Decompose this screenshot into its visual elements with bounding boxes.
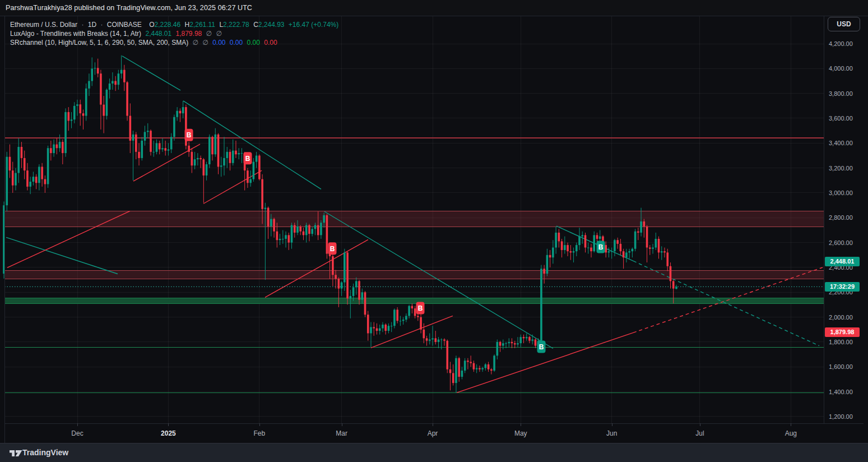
- candle-up: [109, 84, 111, 90]
- candle-up: [305, 225, 308, 235]
- svg-text:B: B: [245, 155, 250, 163]
- time-axis-label[interactable]: Aug: [774, 429, 807, 437]
- candle-up: [320, 223, 322, 235]
- time-axis-label[interactable]: May: [504, 429, 537, 437]
- legend-luxalgo-row[interactable]: LuxAlgo - Trendlines with Breaks (14, 1,…: [10, 29, 341, 38]
- candle-down: [276, 232, 278, 241]
- resistance-zone: [4, 211, 824, 227]
- candle-down: [637, 232, 639, 233]
- price-axis-label: 2,800.00: [829, 214, 864, 221]
- candle-down: [273, 219, 275, 232]
- candle-up: [232, 151, 234, 163]
- time-axis-label[interactable]: Mar: [325, 429, 359, 437]
- candle-up: [464, 361, 466, 371]
- time-axis-label[interactable]: Dec: [61, 429, 94, 437]
- price-axis[interactable]: 4,200.004,000.003,800.003,600.003,400.00…: [824, 16, 868, 423]
- tradingview-published-chart: ParshwaTurakhiya28 published on TradingV…: [0, 0, 868, 462]
- time-axis-label[interactable]: Feb: [243, 429, 276, 437]
- candle-up: [476, 368, 478, 369]
- candle-up: [15, 173, 17, 186]
- exchange-label[interactable]: COINBASE: [107, 21, 142, 29]
- candle-down: [446, 341, 448, 369]
- downtrend-line[interactable]: [324, 211, 553, 348]
- time-axis-label[interactable]: Jun: [595, 429, 629, 437]
- currency-toggle-button[interactable]: USD: [828, 17, 860, 31]
- candle-down: [35, 177, 38, 183]
- legend-srchannel-row[interactable]: SRchannel (10, High/Low, 5, 1, 6, 290, 5…: [10, 38, 341, 47]
- time-axis-label[interactable]: 2025: [151, 429, 185, 437]
- candle-down: [56, 145, 58, 149]
- candle-up: [370, 327, 372, 333]
- candle-down: [129, 116, 132, 141]
- candle-up: [578, 237, 581, 246]
- time-axis-tick: [77, 423, 78, 426]
- time-axis-label[interactable]: Apr: [416, 429, 449, 437]
- symbol-title[interactable]: Ethereum / U.S. Dollar: [10, 21, 77, 29]
- candle-up: [608, 251, 610, 252]
- bearish-break-marker[interactable]: B: [328, 242, 337, 255]
- candle-down: [411, 306, 414, 308]
- candle-up: [652, 248, 654, 249]
- candle-up: [88, 81, 90, 88]
- candle-up: [388, 326, 390, 331]
- candle-up: [350, 296, 352, 298]
- svg-text:B: B: [187, 131, 192, 139]
- candle-up: [431, 338, 434, 339]
- time-axis-tick: [342, 423, 342, 426]
- interval-label[interactable]: 1D: [88, 21, 96, 29]
- uptrend-line[interactable]: [133, 144, 200, 181]
- svg-text:B: B: [598, 243, 604, 251]
- time-axis-label[interactable]: Jul: [683, 429, 717, 437]
- candle-down: [643, 221, 646, 227]
- bearish-break-marker[interactable]: B: [244, 152, 252, 164]
- candle-down: [135, 135, 137, 152]
- indicator-title-luxalgo[interactable]: LuxAlgo - Trendlines with Breaks (14, 1,…: [10, 30, 141, 38]
- candle-down: [317, 225, 319, 235]
- candle-down: [126, 82, 128, 116]
- time-axis[interactable]: Dec2025FebMarAprMayJunJulAug: [0, 423, 868, 443]
- candle-up: [264, 208, 267, 209]
- change-value: +16.47 (+0.74%): [289, 21, 338, 29]
- candle-down: [646, 227, 648, 248]
- candle-up: [361, 292, 363, 299]
- candle-down: [62, 142, 64, 153]
- close-value: 2,244.93: [258, 21, 285, 29]
- candle-up: [352, 287, 355, 296]
- candle-up: [253, 162, 255, 179]
- candle-up: [341, 283, 343, 289]
- candle-up: [182, 107, 184, 113]
- candle-down: [299, 227, 301, 232]
- legend-symbol-row[interactable]: Ethereum / U.S. Dollar · 1D · COINBASE O…: [10, 20, 341, 29]
- candle-down: [672, 281, 675, 288]
- candle-down: [434, 338, 437, 342]
- candle-down: [467, 361, 469, 362]
- candle-down: [479, 368, 481, 369]
- price-chart-canvas[interactable]: BBBBBB: [0, 0, 868, 443]
- candle-up: [634, 232, 637, 249]
- downtrend-line[interactable]: [122, 56, 180, 90]
- high-label: H: [185, 21, 190, 29]
- candle-up: [85, 89, 87, 116]
- candle-down: [258, 155, 261, 179]
- indicator-title-srchannel[interactable]: SRchannel (10, High/Low, 5, 1, 6, 290, 5…: [10, 39, 188, 47]
- candle-down: [188, 146, 190, 152]
- candle-up: [238, 153, 240, 154]
- candle-up: [71, 119, 73, 121]
- candle-up: [593, 235, 595, 251]
- candle-down: [596, 235, 598, 239]
- uptrend-line[interactable]: [371, 316, 453, 348]
- bullish-break-marker[interactable]: B: [537, 340, 546, 353]
- tradingview-brand-text[interactable]: TradingView: [22, 448, 68, 457]
- tradingview-logo-icon[interactable]: [9, 448, 24, 458]
- candle-up: [429, 340, 431, 341]
- candle-up: [94, 68, 96, 68]
- candle-up: [168, 149, 170, 150]
- bearish-break-marker[interactable]: B: [416, 302, 425, 314]
- bearish-break-marker[interactable]: B: [185, 129, 193, 141]
- bullish-break-marker[interactable]: B: [597, 241, 605, 253]
- candle-down: [420, 317, 422, 330]
- price-level-badge: 2,448.01: [825, 257, 860, 266]
- candle-up: [296, 227, 299, 233]
- price-level-badge: 1,879.98: [825, 327, 860, 337]
- candle-up: [546, 255, 549, 274]
